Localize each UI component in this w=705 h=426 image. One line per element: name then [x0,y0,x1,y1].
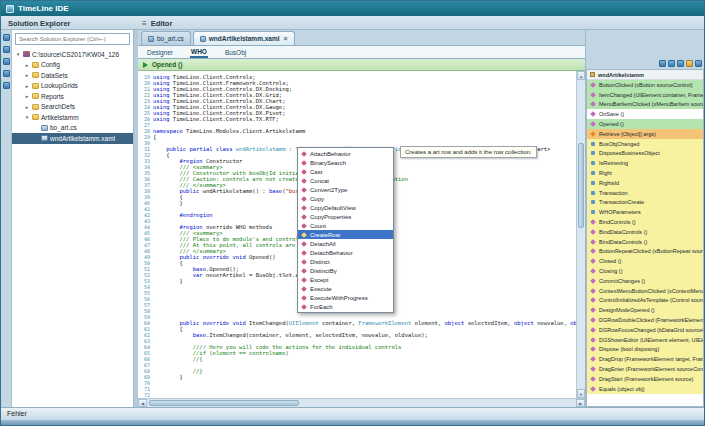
member-item[interactable]: Closed () [587,256,703,266]
member-item[interactable]: Retrieve (Object[] args) [587,129,703,139]
member-item[interactable]: MenuBarItemClicked (xMenuBarItem sourceC… [587,100,703,110]
member-item[interactable]: Equals (object obj) [587,384,703,394]
search-icon[interactable] [3,46,10,53]
member-item[interactable]: ButtonRepeatClicked (xButtonRepeat sourc… [587,247,703,257]
editor-tab[interactable]: wndArtikelstamm.xaml [193,31,295,45]
autocomplete-item[interactable]: Copy [298,194,393,203]
group-by-type-icon[interactable] [668,60,675,67]
editor-header[interactable]: Editor [138,16,704,29]
expander-icon[interactable] [24,72,30,78]
member-item[interactable]: Dispose (bool disposing) [587,345,703,355]
member-item[interactable]: DesignModeOpened () [587,305,703,315]
show-events-icon[interactable] [677,60,684,67]
member-item[interactable]: ControlInitializedAsTemplate (Control so… [587,296,703,306]
scroll-left-icon[interactable] [138,399,147,407]
member-item[interactable]: Closing () [587,266,703,276]
member-item[interactable]: Right [587,168,703,178]
tree-item[interactable]: bo_art.cs [12,123,133,134]
vertical-scrollbar[interactable] [576,71,585,398]
autocomplete-item[interactable]: DistinctBy [298,266,393,275]
tree-item[interactable]: C:\source\CS2017\KW04_126 [12,49,133,60]
tree-item[interactable]: DataSets [12,70,133,81]
autocomplete-item[interactable]: AttachBehavior [298,149,393,158]
scrollbar-thumb[interactable] [149,400,299,406]
documents-icon[interactable] [3,58,10,65]
show-methods-icon[interactable] [695,60,702,67]
tree-item[interactable]: wndArtikelstamm.xaml [12,133,133,144]
tree-item[interactable]: Artikelstamm [12,112,133,123]
horizontal-scrollbar[interactable] [138,398,585,407]
member-item[interactable]: DGShownEditor (UIElement element, UIElem… [587,335,703,345]
show-properties-icon[interactable] [686,60,693,67]
member-item[interactable]: BusObjChanged [587,139,703,149]
scroll-right-icon[interactable] [576,399,585,407]
autocomplete-item[interactable]: Convert2Type [298,185,393,194]
subtab[interactable]: BusObj [224,47,247,57]
member-item[interactable]: BindDataControls () [587,237,703,247]
title-bar[interactable]: TimeLine IDE [1,1,704,16]
member-item[interactable]: DragEnter (FrameworkElement sourceContro… [587,364,703,374]
expander-icon[interactable] [24,62,30,68]
member-item[interactable]: ItemChanged (UIElement container, Framew… [587,90,703,100]
expander-icon[interactable] [24,104,30,110]
solution-icon[interactable] [3,34,10,41]
member-kind-icon [590,239,596,245]
member-item[interactable]: Opened () [587,119,703,129]
member-label: BindControls () [599,219,636,225]
member-item[interactable]: DisposesBusinessObject [587,149,703,159]
autocomplete-item[interactable]: ForEach [298,302,393,311]
member-item[interactable]: Transaction [587,188,703,198]
member-item[interactable]: TransactionCreate [587,198,703,208]
tree-item[interactable]: Config [12,60,133,71]
subtab[interactable]: WHO [190,46,208,58]
member-item[interactable]: OnSave () [587,109,703,119]
member-item[interactable]: ButtonClicked (xButton sourceControl) [587,80,703,90]
autocomplete-item[interactable]: Cast [298,167,393,176]
solution-explorer-header[interactable]: Solution Explorer [1,16,138,29]
member-item[interactable]: IsRetrieving [587,158,703,168]
subtab[interactable]: Designer [146,47,174,57]
close-icon[interactable] [284,36,288,42]
menu-icon[interactable] [142,19,147,28]
expander-icon[interactable] [24,93,30,99]
autocomplete-item[interactable]: BinarySearch [298,158,393,167]
autocomplete-item[interactable]: DetachAll [298,239,393,248]
autocomplete-item[interactable]: CopyProperties [298,212,393,221]
expander-icon[interactable] [24,114,30,120]
member-item[interactable]: WHOParameters [587,207,703,217]
expander-icon[interactable] [24,83,30,89]
autocomplete-item[interactable]: DetachBehavior [298,248,393,257]
member-item[interactable]: RightsId [587,178,703,188]
autocomplete-item[interactable]: CopyDefaultView [298,203,393,212]
member-item[interactable]: CommitChanges () [587,276,703,286]
autocomplete-item[interactable]: Concat [298,176,393,185]
autocomplete-item[interactable]: Execute [298,284,393,293]
member-item[interactable]: ContextMenuButtonClicked (xContextMenuBu… [587,286,703,296]
expander-icon[interactable] [15,51,21,57]
autocomplete-item[interactable]: Distinct [298,257,393,266]
sort-alpha-icon[interactable] [659,60,666,67]
scroll-down-icon[interactable] [577,389,585,398]
status-bar[interactable]: Fehler [1,407,704,420]
autocomplete-item[interactable]: ExecuteWithProgress [298,293,393,302]
tree-item[interactable]: SearchDefs [12,102,133,113]
member-item[interactable]: DGRowDoubleClicked (FrameworkElement ele… [587,315,703,325]
settings-icon[interactable] [3,70,10,77]
method-breadcrumb[interactable]: Opened () [138,59,585,71]
autocomplete-item[interactable]: Count [298,221,393,230]
tree-item[interactable]: LookupGrids [12,81,133,92]
autocomplete-item[interactable]: CreateRow [298,230,393,239]
member-item[interactable]: DragStart (FrameworkElement source) [587,374,703,384]
members-header[interactable]: wndArtikelstamm [587,70,703,80]
member-item[interactable]: BindDataControls () [587,227,703,237]
scrollbar-thumb[interactable] [578,143,584,228]
member-item[interactable]: DGRowFocusChanged (bDataGrid sourceContr… [587,325,703,335]
help-icon[interactable] [3,82,10,89]
tree-item[interactable]: Reports [12,91,133,102]
member-item[interactable]: BindControls () [587,217,703,227]
autocomplete-item[interactable]: Except [298,275,393,284]
member-item[interactable]: DragDrop (FrameworkElement target, Frame… [587,354,703,364]
search-input[interactable] [15,33,130,45]
editor-tab[interactable]: bo_art.cs [141,31,191,45]
scroll-up-icon[interactable] [577,71,585,80]
